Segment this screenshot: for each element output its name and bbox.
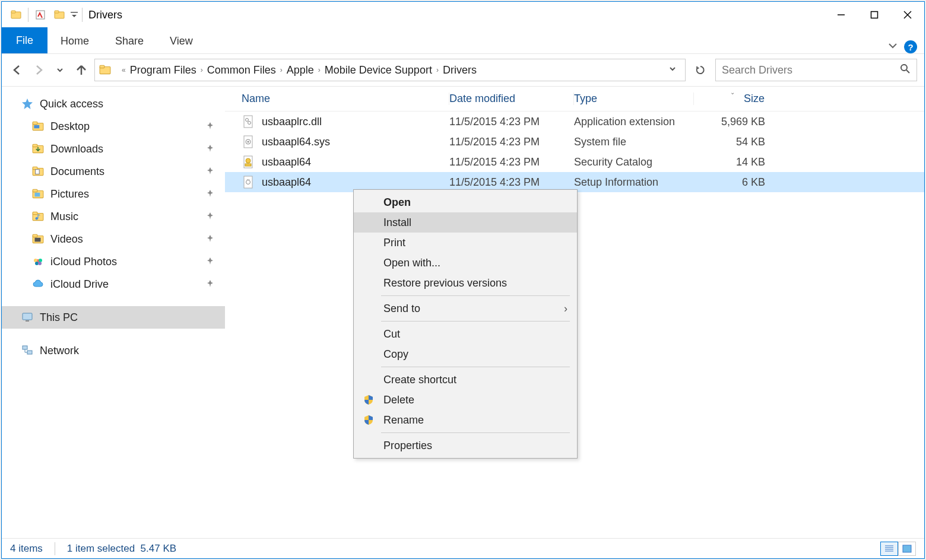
context-menu-rename[interactable]: Rename (354, 410, 577, 430)
address-dropdown-icon[interactable] (668, 65, 677, 75)
column-header-type[interactable]: Type (574, 93, 694, 105)
context-menu-restore-versions[interactable]: Restore previous versions (354, 273, 577, 293)
sidebar-item-videos[interactable]: Videos (2, 228, 225, 250)
context-menu-send-to[interactable]: Send to› (354, 298, 577, 319)
svg-rect-31 (34, 238, 40, 242)
context-menu-separator (381, 321, 570, 322)
chevron-right-icon[interactable]: › (278, 66, 284, 74)
this-pc-node[interactable]: This PC (2, 306, 225, 329)
refresh-button[interactable] (690, 60, 711, 80)
svg-rect-7 (871, 12, 878, 18)
forward-button[interactable] (30, 63, 47, 77)
tab-share[interactable]: Share (102, 29, 157, 53)
breadcrumb-segment[interactable]: Mobile Device Support (325, 64, 432, 77)
tab-home[interactable]: Home (47, 29, 102, 53)
dll-file-icon (242, 114, 255, 129)
context-menu-open[interactable]: Open (354, 192, 577, 212)
context-menu-separator (381, 295, 570, 296)
desktop-icon (31, 120, 45, 133)
column-header-size[interactable]: ⌄Size (694, 93, 771, 105)
chevron-right-icon[interactable]: › (199, 66, 205, 74)
qat-dropdown-icon[interactable] (69, 5, 80, 24)
svg-point-48 (246, 158, 250, 163)
svg-rect-21 (33, 167, 37, 169)
file-type: Application extension (574, 116, 694, 128)
search-box[interactable] (715, 59, 917, 81)
breadcrumb-segment[interactable]: Common Files (207, 64, 276, 77)
minimize-button[interactable] (824, 2, 858, 28)
svg-rect-1 (11, 11, 15, 13)
file-date: 11/5/2015 4:23 PM (449, 136, 574, 148)
sidebar-item-pictures[interactable]: Pictures (2, 183, 225, 205)
context-menu-properties[interactable]: Properties (354, 435, 577, 456)
file-tab[interactable]: File (2, 27, 47, 53)
sidebar-item-downloads[interactable]: Downloads (2, 138, 225, 160)
sidebar-item-documents[interactable]: Documents (2, 160, 225, 183)
sidebar-item-icloud-photos[interactable]: iCloud Photos (2, 250, 225, 273)
videos-icon (31, 233, 45, 246)
quick-access-node[interactable]: Quick access (2, 93, 225, 115)
back-button[interactable] (9, 63, 26, 77)
maximize-button[interactable] (858, 2, 891, 28)
details-view-button[interactable] (880, 542, 898, 556)
sys-file-icon (242, 135, 255, 149)
file-type: Setup Information (574, 176, 694, 189)
downloads-icon (31, 142, 45, 155)
file-type: Security Catalog (574, 156, 694, 168)
up-button[interactable] (73, 63, 90, 77)
pin-icon (206, 166, 214, 178)
sidebar-item-icloud-drive[interactable]: iCloud Drive (2, 273, 225, 295)
file-name: usbaapl64 (262, 156, 311, 168)
file-name: usbaapl64 (262, 176, 311, 189)
sidebar-item-label: Desktop (50, 120, 90, 133)
column-header-name[interactable]: Name (225, 93, 449, 105)
network-label: Network (40, 345, 79, 357)
window-title: Drivers (88, 9, 122, 21)
svg-rect-25 (34, 193, 40, 197)
recent-locations-button[interactable] (52, 66, 68, 74)
search-icon[interactable] (900, 63, 911, 77)
context-menu-install[interactable]: Install (354, 212, 577, 233)
context-menu-print[interactable]: Print (354, 233, 577, 253)
column-headers: Name Date modified Type ⌄Size (225, 87, 924, 112)
explorer-window: Drivers File Home Share View ? « Program… (1, 1, 925, 559)
sidebar-item-music[interactable]: Music (2, 205, 225, 228)
help-button[interactable]: ? (904, 40, 917, 53)
svg-rect-37 (23, 313, 32, 320)
search-input[interactable] (722, 64, 900, 77)
svg-rect-30 (33, 234, 37, 237)
breadcrumb-segment[interactable]: Program Files (130, 64, 196, 77)
context-menu-open-with[interactable]: Open with... (354, 253, 577, 273)
sidebar-item-desktop[interactable]: Desktop (2, 115, 225, 138)
context-menu-delete[interactable]: Delete (354, 390, 577, 410)
status-item-count: 4 items (10, 543, 43, 555)
ribbon-expand-icon[interactable] (887, 40, 898, 53)
file-row[interactable]: usbaapl64.sys 11/5/2015 4:23 PM System f… (225, 132, 924, 152)
svg-rect-38 (26, 320, 29, 322)
folder-quick-icon[interactable] (50, 5, 69, 24)
context-menu-cut[interactable]: Cut (354, 324, 577, 344)
sidebar-item-label: Music (50, 211, 78, 223)
address-bar[interactable]: « Program Files › Common Files › Apple ›… (94, 59, 686, 81)
tab-view[interactable]: View (157, 29, 206, 53)
inf-file-icon (242, 175, 255, 189)
breadcrumb-segment[interactable]: Apple (287, 64, 314, 77)
network-node[interactable]: Network (2, 339, 225, 362)
close-button[interactable] (891, 2, 924, 28)
navigation-pane: Quick access Desktop Downloads Documents… (2, 87, 225, 538)
file-row[interactable]: usbaapl64 11/5/2015 4:23 PM Security Cat… (225, 152, 924, 172)
pin-icon (206, 120, 214, 133)
chevron-right-icon[interactable]: › (435, 66, 440, 74)
svg-rect-49 (245, 164, 251, 166)
chevron-left-icon[interactable]: « (120, 66, 128, 74)
context-menu-create-shortcut[interactable]: Create shortcut (354, 370, 577, 390)
breadcrumb-segment[interactable]: Drivers (443, 64, 477, 77)
properties-quick-icon[interactable] (31, 5, 50, 24)
context-menu-copy[interactable]: Copy (354, 344, 577, 364)
file-row[interactable]: usbaaplrc.dll 11/5/2015 4:23 PM Applicat… (225, 112, 924, 132)
thumbnails-view-button[interactable] (898, 542, 916, 556)
chevron-right-icon[interactable]: › (316, 66, 322, 74)
pin-icon (206, 188, 214, 201)
column-header-date[interactable]: Date modified (449, 93, 574, 105)
file-date: 11/5/2015 4:23 PM (449, 156, 574, 168)
